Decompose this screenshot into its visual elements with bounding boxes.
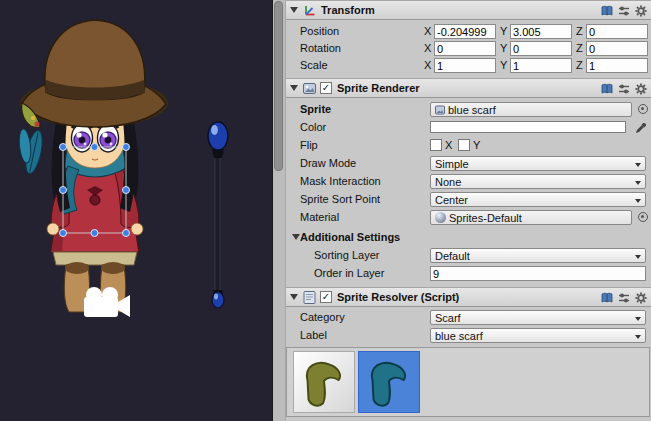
- mask-interaction-row: Mask Interaction None: [286, 173, 651, 189]
- color-row: Color: [286, 119, 651, 135]
- order-in-layer-row: Order in Layer: [286, 265, 651, 281]
- additional-settings-label: Additional Settings: [300, 231, 400, 243]
- color-swatch[interactable]: [430, 121, 626, 133]
- axis-y-label: Y: [500, 59, 507, 71]
- sprite-renderer-icon: [302, 81, 316, 95]
- mask-interaction-dropdown[interactable]: None: [430, 174, 646, 189]
- chevron-down-icon: [635, 317, 641, 321]
- category-label: Category: [300, 311, 345, 323]
- flip-y-checkbox[interactable]: [458, 139, 470, 151]
- category-value: Scarf: [435, 312, 461, 324]
- inspector-scrollbar[interactable]: [273, 0, 286, 421]
- eyedropper-icon[interactable]: [634, 121, 647, 136]
- transform-icon: [302, 3, 316, 17]
- unity-editor-window: Transform Position X Y Z Rotation X: [0, 0, 651, 421]
- object-picker-icon[interactable]: [638, 104, 648, 114]
- order-in-layer-field[interactable]: [430, 266, 646, 281]
- material-sphere-icon: [435, 212, 446, 223]
- material-object-field[interactable]: Sprites-Default: [430, 210, 632, 225]
- blue-scarf-thumbnail-selected[interactable]: [358, 351, 420, 413]
- foldout-arrow-icon[interactable]: [290, 85, 298, 91]
- sprite-variant-preview: [286, 347, 650, 417]
- additional-settings-row[interactable]: Additional Settings: [286, 229, 651, 245]
- gear-icon[interactable]: [635, 292, 647, 306]
- sorting-layer-label: Sorting Layer: [314, 249, 379, 261]
- label-value: blue scarf: [435, 330, 483, 342]
- label-label: Label: [300, 329, 327, 341]
- sprite-thumbnail-icon: [435, 105, 445, 115]
- object-picker-icon[interactable]: [638, 212, 648, 222]
- axis-y-label: Y: [500, 42, 507, 54]
- presets-icon[interactable]: [618, 83, 630, 97]
- sprite-renderer-header[interactable]: ✓ Sprite Renderer: [286, 78, 651, 98]
- chevron-down-icon: [635, 163, 641, 167]
- axis-z-label: Z: [576, 59, 583, 71]
- foldout-arrow-icon[interactable]: [290, 294, 298, 300]
- category-dropdown[interactable]: Scarf: [430, 310, 646, 325]
- position-y-field[interactable]: [510, 24, 572, 39]
- material-label: Material: [300, 211, 339, 223]
- axis-z-label: Z: [576, 42, 583, 54]
- position-row: Position X Y Z: [286, 23, 651, 39]
- chevron-down-icon: [635, 199, 641, 203]
- inspector-panel: Transform Position X Y Z Rotation X: [272, 0, 651, 421]
- position-z-field[interactable]: [586, 24, 648, 39]
- flip-label: Flip: [300, 139, 318, 151]
- scale-label: Scale: [300, 59, 328, 71]
- scale-x-field[interactable]: [434, 58, 496, 73]
- scale-y-field[interactable]: [510, 58, 572, 73]
- sprite-resolver-enabled-checkbox[interactable]: ✓: [320, 291, 332, 303]
- foldout-arrow-icon[interactable]: [290, 7, 298, 13]
- foldout-arrow-icon[interactable]: [292, 234, 300, 240]
- scale-z-field[interactable]: [586, 58, 648, 73]
- sprite-sort-point-row: Sprite Sort Point Center: [286, 191, 651, 207]
- order-in-layer-label: Order in Layer: [314, 267, 384, 279]
- sprite-row: Sprite blue scarf: [286, 101, 651, 117]
- sprite-sort-point-value: Center: [435, 194, 468, 206]
- rotation-z-field[interactable]: [586, 41, 648, 56]
- sprite-resolver-script-icon: [302, 290, 316, 304]
- label-row: Label blue scarf: [286, 327, 651, 343]
- draw-mode-value: Simple: [435, 158, 469, 170]
- help-book-icon[interactable]: [601, 292, 613, 306]
- label-dropdown[interactable]: blue scarf: [430, 328, 646, 343]
- scale-row: Scale X Y Z: [286, 57, 651, 73]
- rotation-y-field[interactable]: [510, 41, 572, 56]
- axis-y-label: Y: [500, 25, 507, 37]
- chevron-down-icon: [635, 335, 641, 339]
- draw-mode-row: Draw Mode Simple: [286, 155, 651, 171]
- axis-x-label: X: [424, 59, 431, 71]
- scene-view[interactable]: [0, 0, 272, 421]
- sprite-resolver-header[interactable]: ✓ Sprite Resolver (Script): [286, 287, 651, 307]
- mask-interaction-label: Mask Interaction: [300, 175, 381, 187]
- scrollbar-thumb[interactable]: [274, 1, 283, 171]
- rotation-label: Rotation: [300, 42, 341, 54]
- draw-mode-dropdown[interactable]: Simple: [430, 156, 646, 171]
- flip-x-checkbox[interactable]: [430, 139, 442, 151]
- chevron-down-icon: [635, 255, 641, 259]
- sorting-layer-value: Default: [435, 250, 470, 262]
- sprite-resolver-title: Sprite Resolver (Script): [337, 291, 459, 303]
- help-book-icon[interactable]: [601, 5, 613, 19]
- presets-icon[interactable]: [618, 292, 630, 306]
- sorting-layer-dropdown[interactable]: Default: [430, 248, 646, 263]
- gear-icon[interactable]: [635, 83, 647, 97]
- transform-header[interactable]: Transform: [286, 0, 651, 20]
- transform-title: Transform: [321, 4, 375, 16]
- position-x-field[interactable]: [434, 24, 496, 39]
- material-object-name: Sprites-Default: [449, 212, 522, 224]
- flip-x-label: X: [445, 139, 452, 151]
- rotation-x-field[interactable]: [434, 41, 496, 56]
- axis-x-label: X: [424, 42, 431, 54]
- position-label: Position: [300, 25, 339, 37]
- gear-icon[interactable]: [635, 5, 647, 19]
- sprite-object-field[interactable]: blue scarf: [430, 102, 632, 117]
- category-row: Category Scarf: [286, 309, 651, 325]
- help-book-icon[interactable]: [601, 83, 613, 97]
- sprite-sort-point-dropdown[interactable]: Center: [430, 192, 646, 207]
- sprite-renderer-enabled-checkbox[interactable]: ✓: [320, 82, 332, 94]
- draw-mode-label: Draw Mode: [300, 157, 356, 169]
- presets-icon[interactable]: [618, 5, 630, 19]
- green-scarf-thumbnail[interactable]: [293, 351, 355, 413]
- flip-y-label: Y: [473, 139, 480, 151]
